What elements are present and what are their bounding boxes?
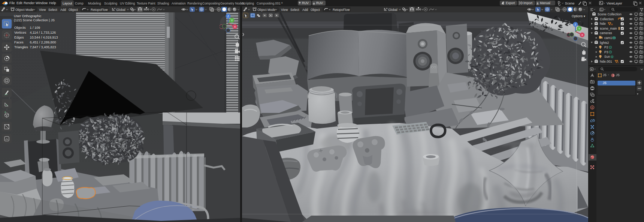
svg-text:View: View	[39, 8, 46, 12]
svg-text:cam1: cam1	[604, 36, 612, 40]
svg-text:Z: Z	[227, 15, 229, 18]
svg-text:P3: P3	[604, 50, 608, 54]
svg-text:lights2: lights2	[600, 41, 609, 45]
svg-text:Object: Object	[69, 8, 78, 12]
svg-text:Object Mode: Object Mode	[15, 8, 33, 12]
svg-text:X: X	[234, 26, 236, 28]
svg-text:RetopoFlow: RetopoFlow	[91, 8, 108, 12]
svg-text:Export: Export	[506, 1, 515, 5]
svg-text:Scene Collection: Scene Collection	[598, 12, 622, 16]
svg-text:Add: Add	[60, 8, 66, 12]
svg-text:RetopoFlow: RetopoFlow	[333, 8, 350, 12]
svg-text:Select: Select	[48, 8, 57, 12]
svg-text:X: X	[581, 34, 583, 36]
svg-text:Collection: Collection	[600, 17, 614, 21]
svg-text:RUV: RUV	[316, 1, 323, 5]
svg-text:cameras: cameras	[600, 31, 612, 35]
svg-text:Add: Add	[302, 8, 308, 12]
svg-text:ViewLayer: ViewLayer	[607, 2, 622, 5]
svg-text:RUV: RUV	[302, 1, 309, 5]
svg-text:26: 26	[610, 23, 613, 26]
svg-text:hide.001: hide.001	[600, 60, 612, 63]
svg-text:Scene: Scene	[565, 2, 575, 5]
svg-text:hide: hide	[600, 22, 606, 26]
svg-text:Z: Z	[575, 23, 577, 26]
svg-text:Global: Global	[116, 8, 126, 12]
svg-text:View: View	[281, 8, 288, 12]
svg-text:Object Mode: Object Mode	[257, 8, 275, 12]
svg-text:Import: Import	[523, 1, 533, 5]
svg-text:P2: P2	[604, 45, 608, 49]
svg-text:5: 5	[617, 61, 619, 63]
svg-text:Object: Object	[311, 8, 320, 12]
svg-text:scene_main: scene_main	[600, 27, 617, 30]
svg-text:Manual: Manual	[540, 1, 550, 5]
svg-text:Y: Y	[231, 19, 233, 22]
svg-text:Global: Global	[388, 8, 397, 12]
svg-text:Select: Select	[290, 8, 299, 12]
svg-text:Y: Y	[578, 27, 580, 30]
svg-text:Sun: Sun	[604, 55, 610, 58]
